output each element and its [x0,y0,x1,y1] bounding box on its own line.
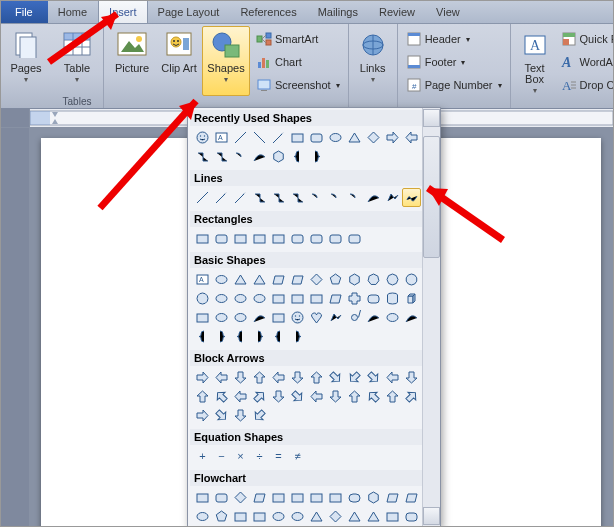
shape-not-equal[interactable]: ≠ [288,447,307,466]
shape-internal[interactable] [288,488,307,507]
shape-elbow[interactable] [250,188,269,207]
shape-arrow-26[interactable] [231,406,250,425]
shape-arrow-4[interactable] [269,368,288,387]
shape-arrow-12[interactable] [193,387,212,406]
shape-collate[interactable] [307,507,326,526]
shape-arrow-2[interactable] [231,368,250,387]
shape-l-shape[interactable] [307,289,326,308]
shape-arrow-1[interactable] [212,368,231,387]
shape-snip-rect[interactable] [231,229,250,248]
shape-decision[interactable] [231,488,250,507]
shape-triangle[interactable] [345,128,364,147]
shape-stored[interactable] [383,507,402,526]
shape-elbow-arrow[interactable] [269,188,288,207]
shape-manual-input[interactable] [383,488,402,507]
shape-round-same[interactable] [307,229,326,248]
shape-oval[interactable] [212,270,231,289]
shape-arrow-15[interactable] [250,387,269,406]
shape-extract[interactable] [345,507,364,526]
clipart-button[interactable]: Clip Art [158,26,200,96]
tab-home[interactable]: Home [48,1,98,23]
shape-delay[interactable] [402,507,421,526]
shape-decagon[interactable] [402,270,421,289]
tab-file[interactable]: File [1,1,48,23]
links-button[interactable]: Links ▾ [353,26,393,96]
shape-cloud[interactable] [383,308,402,327]
shape-right-bracket[interactable] [250,327,269,346]
shape-brace-l[interactable] [288,147,307,166]
shape-hexagon[interactable] [269,147,288,166]
shape-arrow-l[interactable] [402,128,421,147]
tab-review[interactable]: Review [369,1,426,23]
shape-rect[interactable] [193,229,212,248]
shape-arrow-6[interactable] [307,368,326,387]
shape-process[interactable] [193,488,212,507]
shape-octagon[interactable] [383,270,402,289]
shape-sort[interactable] [326,507,345,526]
shape-round-single[interactable] [288,229,307,248]
shape-diamond[interactable] [364,128,383,147]
screenshot-button[interactable]: Screenshot▾ [252,74,344,96]
shape-no-symbol[interactable] [231,308,250,327]
shape-arrow-27[interactable] [250,406,269,425]
shape-arrow-9[interactable] [364,368,383,387]
shape-lightning[interactable] [326,308,345,327]
shape-snip2[interactable] [250,229,269,248]
shape-divide[interactable]: ÷ [250,447,269,466]
shape-arrow-19[interactable] [326,387,345,406]
shape-arrow-0[interactable] [193,368,212,387]
shape-merge[interactable] [364,507,383,526]
shape-arc[interactable] [402,308,421,327]
shape-data[interactable] [250,488,269,507]
tab-mailings[interactable]: Mailings [308,1,369,23]
shape-arrow-5[interactable] [288,368,307,387]
shape-curve-arrow[interactable] [326,188,345,207]
shape-arrow-10[interactable] [383,368,402,387]
shape-heart[interactable] [307,308,326,327]
shape-snip-diag[interactable] [269,229,288,248]
shape-tape[interactable] [250,507,269,526]
shape-triangle[interactable] [231,270,250,289]
scroll-thumb[interactable] [423,136,440,258]
shape-elbow-arrow[interactable] [212,147,231,166]
shape-parallelo[interactable] [269,270,288,289]
shape-left-brace[interactable] [269,327,288,346]
shape-curve-double[interactable] [345,188,364,207]
shape-line[interactable] [231,128,250,147]
wordart-button[interactable]: A WordArt▾ [557,51,614,73]
shape-alt-process[interactable] [212,488,231,507]
shape-chord[interactable] [231,289,250,308]
shape-dodeca[interactable] [193,289,212,308]
shape-arrow-23[interactable] [402,387,421,406]
shape-moon[interactable] [364,308,383,327]
shape-terminator[interactable] [345,488,364,507]
shape-sun[interactable] [345,308,364,327]
footer-button[interactable]: Footer▾ [402,51,506,73]
shape-textbox[interactable]: A [193,270,212,289]
shape-junction[interactable] [269,507,288,526]
shape-curve-conn[interactable] [231,147,250,166]
shape-block-arc[interactable] [250,308,269,327]
shape-trapezoid[interactable] [288,270,307,289]
shape-rt-triangle[interactable] [250,270,269,289]
shape-teardrop[interactable] [250,289,269,308]
shape-arrow-line[interactable] [269,128,288,147]
shape-hexagon[interactable] [345,270,364,289]
quickparts-button[interactable]: Quick Parts▾ [557,28,614,50]
shape-rect[interactable] [288,128,307,147]
scroll-up-button[interactable] [423,109,440,127]
shape-arrow-7[interactable] [326,368,345,387]
shape-diamond[interactable] [307,270,326,289]
shape-document[interactable] [307,488,326,507]
shape-double-bracket[interactable] [193,327,212,346]
shape-arrow-3[interactable] [250,368,269,387]
shape-line[interactable] [193,188,212,207]
shape-prep[interactable] [364,488,383,507]
shape-offpage[interactable] [212,507,231,526]
smartart-button[interactable]: SmartArt [252,28,344,50]
shape-minus[interactable]: − [212,447,231,466]
shape-plaque[interactable] [364,289,383,308]
shape-round-rect[interactable] [212,229,231,248]
shape-elbow-double[interactable] [288,188,307,207]
shape-equal[interactable]: = [269,447,288,466]
